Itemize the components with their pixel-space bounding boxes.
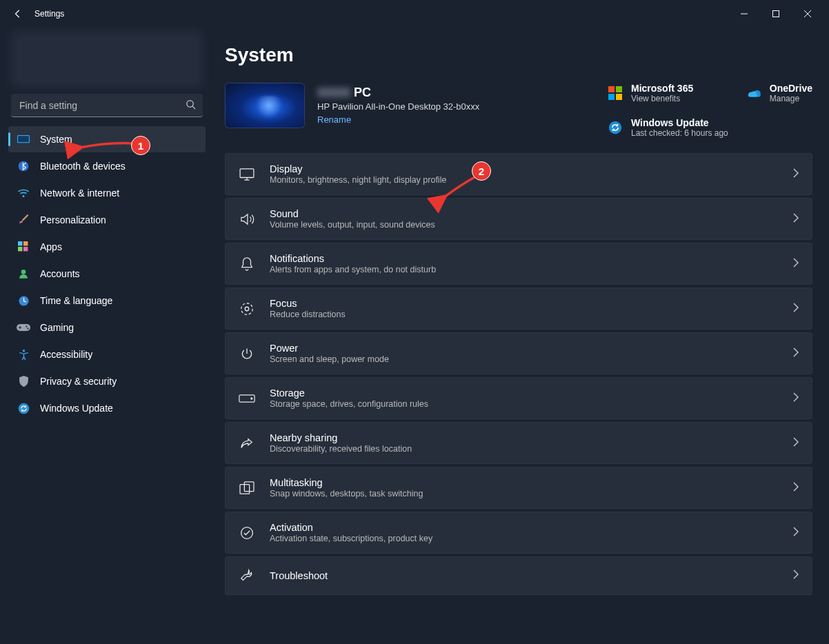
top-link-sub: Last checked: 6 hours ago <box>631 128 728 138</box>
sidebar-item-time-language[interactable]: Time & language <box>8 288 206 314</box>
setting-focus[interactable]: FocusReduce distractions <box>225 288 812 330</box>
setting-storage[interactable]: StorageStorage space, drives, configurat… <box>225 377 812 419</box>
sidebar-item-accessibility[interactable]: Accessibility <box>8 341 206 368</box>
svg-rect-9 <box>23 247 28 251</box>
setting-sub: Reduce distractions <box>270 310 792 319</box>
chevron-right-icon <box>792 258 799 270</box>
back-button[interactable] <box>6 1 30 26</box>
sidebar-item-network-internet[interactable]: Network & internet <box>8 180 206 206</box>
monitor-icon <box>17 132 30 146</box>
sidebar-item-apps[interactable]: Apps <box>8 234 206 260</box>
setting-activation[interactable]: ActivationActivation state, subscription… <box>225 512 812 554</box>
wifi-icon <box>17 186 30 200</box>
top-link-sub: View benefits <box>631 94 693 103</box>
setting-sub: Alerts from apps and system, do not dist… <box>270 265 792 274</box>
setting-sub: Discoverability, received files location <box>270 444 792 454</box>
close-button[interactable] <box>792 3 823 25</box>
wrench-icon <box>238 567 256 585</box>
setting-power[interactable]: PowerScreen and sleep, power mode <box>225 332 812 374</box>
chevron-right-icon <box>792 482 799 494</box>
titlebar: Settings <box>0 0 829 28</box>
svg-rect-20 <box>616 94 622 100</box>
setting-display[interactable]: DisplayMonitors, brightness, night light… <box>225 153 812 195</box>
top-link-sub: Manage <box>770 94 812 103</box>
setting-title: Activation <box>270 522 792 533</box>
maximize-button[interactable] <box>760 3 792 25</box>
sidebar-item-label: System <box>40 134 72 145</box>
setting-sub: Storage space, drives, configuration rul… <box>270 399 792 409</box>
bluetooth-icon <box>17 159 30 173</box>
setting-sub: Snap windows, desktops, task switching <box>270 489 792 499</box>
pc-model: HP Pavilion All-in-One Desktop 32-b0xxx <box>317 101 479 112</box>
top-link-onedrive[interactable]: OneDriveManage <box>746 83 812 103</box>
chevron-right-icon <box>792 437 799 450</box>
chevron-right-icon <box>792 213 799 225</box>
rename-link[interactable]: Rename <box>317 114 351 125</box>
check-icon <box>238 524 256 542</box>
onedrive-icon <box>746 85 761 101</box>
top-link-windows-update[interactable]: Windows UpdateLast checked: 6 hours ago <box>608 117 728 138</box>
svg-point-24 <box>245 307 249 311</box>
clock-icon <box>17 294 30 308</box>
svg-point-21 <box>609 121 621 134</box>
bell-icon <box>238 255 256 273</box>
page-title: System <box>225 44 812 66</box>
chevron-right-icon <box>792 303 799 315</box>
chevron-right-icon <box>792 392 799 405</box>
setting-sub: Monitors, brightness, night light, displ… <box>270 175 792 185</box>
setting-sound[interactable]: SoundVolume levels, output, input, sound… <box>225 198 812 240</box>
search-input[interactable] <box>11 94 203 117</box>
sidebar: SystemBluetooth & devicesNetwork & inter… <box>0 28 214 644</box>
svg-rect-7 <box>23 241 28 245</box>
setting-title: Power <box>270 343 792 354</box>
multitask-icon <box>238 479 256 497</box>
update-blue-icon <box>608 120 623 135</box>
sidebar-item-windows-update[interactable]: Windows Update <box>8 395 206 421</box>
svg-point-26 <box>251 397 252 399</box>
svg-rect-18 <box>616 86 622 92</box>
sidebar-item-label: Privacy & security <box>40 376 117 387</box>
top-link-title: OneDrive <box>770 83 812 94</box>
top-link-microsoft-[interactable]: Microsoft 365View benefits <box>608 83 728 103</box>
svg-point-16 <box>18 403 29 414</box>
sidebar-item-gaming[interactable]: Gaming <box>8 314 206 341</box>
pc-name: PC <box>317 85 479 100</box>
search-icon <box>186 99 196 112</box>
minimize-button[interactable] <box>728 3 760 25</box>
setting-nearby-sharing[interactable]: Nearby sharingDiscoverability, received … <box>225 422 812 464</box>
pc-info-block: PC HP Pavilion All-in-One Desktop 32-b0x… <box>225 83 479 128</box>
sidebar-item-label: Time & language <box>40 295 112 306</box>
svg-rect-17 <box>608 86 615 92</box>
setting-troubleshoot[interactable]: Troubleshoot <box>225 556 812 595</box>
share-icon <box>238 434 256 452</box>
svg-point-15 <box>22 350 25 352</box>
chevron-right-icon <box>792 527 799 539</box>
gaming-icon <box>17 321 30 334</box>
setting-title: Notifications <box>270 253 792 264</box>
svg-point-10 <box>21 270 26 274</box>
setting-multitasking[interactable]: MultitaskingSnap windows, desktops, task… <box>225 467 812 509</box>
svg-rect-22 <box>240 168 254 177</box>
sidebar-item-label: Accessibility <box>40 349 92 360</box>
profile-block[interactable] <box>11 32 203 87</box>
annotation-arrow-2 <box>440 175 481 205</box>
annotation-step-1: 1 <box>131 136 150 155</box>
sidebar-item-label: Bluetooth & devices <box>40 161 126 172</box>
main-content: System PC HP Pavilion All-in-One Desktop… <box>214 28 829 644</box>
pc-thumbnail <box>225 83 305 128</box>
chevron-right-icon <box>792 168 799 181</box>
apps-icon <box>17 240 30 254</box>
sidebar-item-label: Gaming <box>40 322 74 333</box>
display-icon <box>238 165 256 183</box>
svg-rect-3 <box>18 136 29 142</box>
sound-icon <box>238 210 256 228</box>
setting-notifications[interactable]: NotificationsAlerts from apps and system… <box>225 243 812 285</box>
brush-icon <box>17 213 30 227</box>
sidebar-item-label: Windows Update <box>40 403 113 414</box>
setting-title: Multitasking <box>270 477 792 488</box>
sidebar-item-privacy-security[interactable]: Privacy & security <box>8 368 206 394</box>
svg-rect-8 <box>18 247 22 251</box>
sidebar-item-personalization[interactable]: Personalization <box>8 207 206 233</box>
sidebar-item-accounts[interactable]: Accounts <box>8 261 206 287</box>
search-box[interactable] <box>11 94 203 117</box>
